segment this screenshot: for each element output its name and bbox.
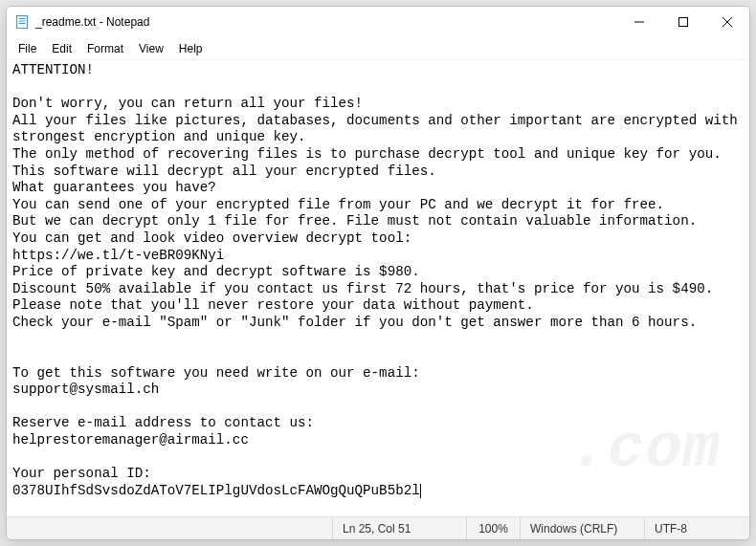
titlebar: _readme.txt - Notepad bbox=[7, 7, 749, 37]
minimize-button[interactable] bbox=[617, 7, 661, 37]
menu-help[interactable]: Help bbox=[171, 39, 211, 58]
document-text: ATTENTION! Don't worry, you can return a… bbox=[12, 62, 745, 498]
notepad-icon bbox=[14, 14, 30, 30]
menu-file[interactable]: File bbox=[11, 39, 44, 58]
text-caret bbox=[420, 484, 421, 498]
menu-format[interactable]: Format bbox=[79, 39, 131, 58]
maximize-button[interactable] bbox=[661, 7, 705, 37]
status-spacer bbox=[7, 517, 332, 539]
svg-rect-0 bbox=[17, 16, 28, 29]
svg-rect-5 bbox=[679, 18, 688, 27]
window-title: _readme.txt - Notepad bbox=[35, 15, 617, 29]
status-cursor-position: Ln 25, Col 51 bbox=[332, 517, 466, 539]
menu-view[interactable]: View bbox=[131, 39, 171, 58]
status-zoom: 100% bbox=[466, 517, 520, 539]
status-line-ending: Windows (CRLF) bbox=[520, 517, 644, 539]
status-encoding: UTF-8 bbox=[644, 517, 749, 539]
menubar: File Edit Format View Help bbox=[7, 37, 749, 60]
menu-edit[interactable]: Edit bbox=[44, 39, 79, 58]
statusbar: Ln 25, Col 51 100% Windows (CRLF) UTF-8 bbox=[7, 516, 749, 539]
watermark-text: .com bbox=[569, 442, 721, 459]
window-controls bbox=[617, 7, 749, 37]
close-button[interactable] bbox=[705, 7, 749, 37]
notepad-window: _readme.txt - Notepad File Edit Format V… bbox=[6, 6, 750, 540]
text-editor-area[interactable]: ATTENTION! Don't worry, you can return a… bbox=[7, 60, 749, 516]
